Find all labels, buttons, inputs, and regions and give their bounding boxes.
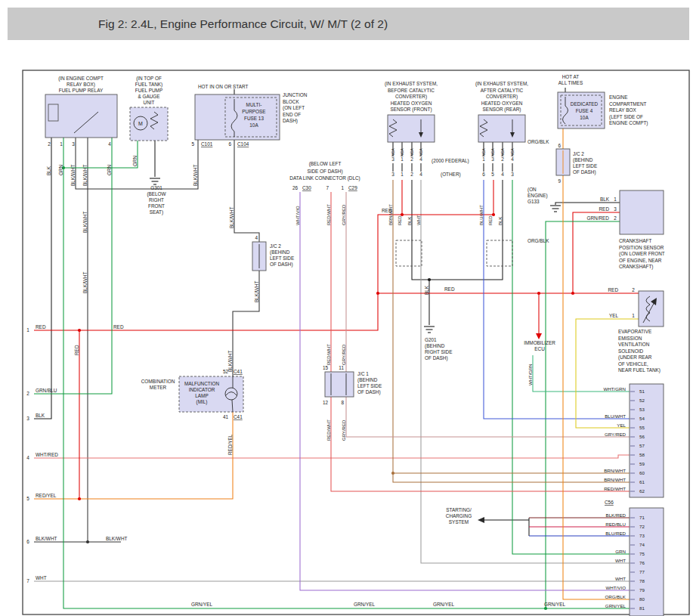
pin-number: 73 bbox=[639, 533, 645, 538]
label-fp_relay: RELAY BOX) bbox=[67, 82, 95, 88]
wire-label: GRY/RED bbox=[342, 344, 346, 365]
wire-label: BLK/WHT bbox=[193, 164, 198, 186]
label-fp_relay: FUEL PUMP RELAY bbox=[59, 88, 104, 93]
label-jc1: LEFT SIDE bbox=[357, 383, 382, 388]
pin-number: 3 bbox=[391, 156, 394, 162]
wire-label: GRN bbox=[615, 549, 626, 554]
jc1-box bbox=[325, 372, 354, 397]
pin-number: 56 bbox=[639, 434, 645, 439]
pin-number: 15 bbox=[323, 365, 329, 370]
pin-number: 1 bbox=[614, 197, 617, 202]
label-evap: EVAPORATIVE bbox=[618, 329, 651, 334]
label-jc2_left: J/C 2 bbox=[270, 243, 281, 249]
pin-number: 3 bbox=[511, 172, 514, 177]
label-junction_block: (ON LEFT bbox=[283, 105, 305, 111]
wire-label: BLU/RED bbox=[605, 531, 626, 536]
pin-number: 51 bbox=[639, 388, 645, 394]
pin-number: 2 bbox=[48, 141, 51, 147]
label-starting: SYSTEM bbox=[449, 519, 469, 525]
wire-label: ORG/BLK bbox=[527, 139, 549, 144]
wire-label: GRN/YEL bbox=[354, 602, 376, 607]
connector-label: C29 bbox=[348, 185, 357, 190]
label-fuse13: 10A bbox=[249, 122, 258, 128]
label-jc2_right: J/C 2 bbox=[573, 151, 584, 156]
junction-dot bbox=[571, 292, 574, 295]
wire-label: BLK/RED bbox=[606, 512, 626, 518]
ho2s-rear-box bbox=[478, 115, 525, 142]
label-hot_all: HOT AT bbox=[562, 74, 580, 79]
left-row-number: 6 bbox=[26, 539, 29, 544]
connector-label: C30 bbox=[302, 185, 311, 190]
connector-label: C104 bbox=[237, 141, 249, 147]
wire-label: RED bbox=[488, 215, 493, 225]
pin-number: 1 bbox=[482, 156, 485, 162]
junction-dot bbox=[544, 607, 547, 610]
label-mil: MALFUNCTION bbox=[184, 381, 220, 386]
fuel-pump-relay-box bbox=[45, 94, 117, 138]
wire-label: BLK/WHT bbox=[82, 164, 88, 186]
label-jc2_left: OF DASH) bbox=[270, 262, 293, 268]
pin-number: 4 bbox=[255, 235, 258, 240]
wire-label: BLK/WHT bbox=[82, 271, 88, 293]
label-evap: NEAR FUEL TANK) bbox=[618, 367, 661, 373]
label-crank: CRANKSHAFT) bbox=[619, 264, 653, 270]
wire-label: NCA bbox=[481, 148, 486, 156]
wire-label: RED bbox=[113, 324, 124, 330]
label-evap: VENTILATION bbox=[618, 342, 650, 347]
pin-number: 5 bbox=[191, 141, 194, 147]
label-mil: INDICATOR bbox=[189, 387, 215, 392]
crankshaft-sensor-box bbox=[620, 190, 664, 234]
label-dlc: (BELOW LEFT bbox=[309, 161, 342, 167]
wire-label: RED bbox=[398, 215, 402, 225]
junction-dot bbox=[78, 497, 81, 500]
wire-label: NCA bbox=[490, 148, 495, 156]
junction-dot bbox=[537, 292, 540, 295]
label-combo_meter: METER bbox=[150, 385, 167, 390]
label-g301: RIGHT bbox=[149, 197, 164, 203]
label-fuse13: PURPOSE bbox=[242, 109, 265, 114]
label-ho2s_rear: SENSOR (REAR) bbox=[483, 107, 521, 113]
wire-label: BLK/WHT bbox=[106, 536, 128, 541]
wire-label: WHT/RED bbox=[36, 452, 58, 457]
junction-dot bbox=[428, 278, 431, 281]
wire-label: GRN/RED bbox=[587, 215, 610, 221]
pin-number: 3 bbox=[491, 156, 494, 162]
label-jc2_right: OF DASH) bbox=[573, 169, 596, 175]
wire-label: BRN/WHT bbox=[604, 468, 626, 473]
pin-number: 41 bbox=[223, 414, 229, 419]
wire-label: BLU/WHT bbox=[479, 205, 484, 225]
label-junction_block: END OF bbox=[283, 112, 301, 117]
label-g301: G301 bbox=[150, 185, 162, 190]
wire-label: RED bbox=[36, 324, 46, 330]
wire-label: RED bbox=[444, 286, 455, 292]
pin-number: 57 bbox=[639, 443, 645, 448]
label-g133: (ON bbox=[527, 187, 537, 193]
pin-number: 62 bbox=[639, 488, 645, 494]
left-row-number: 3 bbox=[26, 416, 29, 421]
label-fp_relay: (IN ENGINE COMPT bbox=[58, 76, 104, 82]
pin-number: 60 bbox=[639, 470, 645, 475]
left-row-number: 7 bbox=[26, 578, 29, 583]
wire-label: BLK bbox=[600, 197, 610, 202]
label-evap: SOLENOID bbox=[618, 348, 643, 354]
ho2s-front-box bbox=[388, 115, 435, 142]
wire-label: GRY/RED bbox=[605, 432, 626, 437]
pin-number: 59 bbox=[639, 461, 645, 466]
pin-number: 4 bbox=[419, 172, 422, 177]
connector-label: C41 bbox=[234, 369, 243, 374]
pin-number: 6 bbox=[482, 172, 485, 177]
wire-label: NCA bbox=[510, 148, 515, 156]
pin-number: 8 bbox=[341, 400, 344, 405]
label-evap: (UNDER REAR bbox=[618, 354, 652, 361]
label-junction_block: JUNCTION bbox=[283, 92, 308, 98]
wire-label: BLK bbox=[424, 285, 429, 295]
wire-label: GRY/RED bbox=[342, 204, 346, 225]
label-jc1: J/C 1 bbox=[357, 371, 369, 376]
wire-label: NCA bbox=[410, 148, 414, 156]
label-fuse13: MULTI- bbox=[246, 102, 262, 107]
label-fp_unit: UNIT bbox=[144, 100, 155, 105]
wire-label: NCA bbox=[391, 148, 395, 156]
label-starting: CHARGING bbox=[446, 513, 472, 518]
wire-label: RED bbox=[599, 206, 610, 212]
junction-dot bbox=[492, 213, 495, 216]
